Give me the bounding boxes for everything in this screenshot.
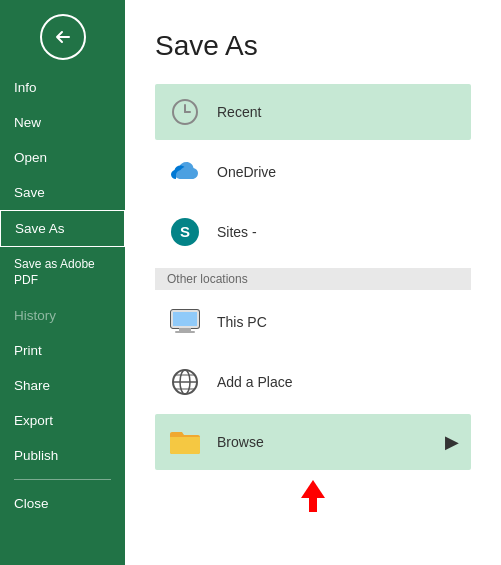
svg-text:S: S bbox=[180, 223, 190, 240]
page-title: Save As bbox=[155, 30, 471, 62]
back-button[interactable] bbox=[40, 14, 86, 60]
svg-rect-7 bbox=[173, 312, 197, 326]
sidebar-item-history: History bbox=[0, 298, 125, 333]
sidebar-label-export: Export bbox=[14, 413, 53, 428]
folder-icon bbox=[167, 424, 203, 460]
sharepoint-icon: S bbox=[167, 214, 203, 250]
sidebar-divider bbox=[14, 479, 111, 480]
sidebar-label-history: History bbox=[14, 308, 56, 323]
sidebar-label-info: Info bbox=[14, 80, 37, 95]
svg-marker-15 bbox=[301, 480, 325, 498]
onedrive-icon bbox=[167, 154, 203, 190]
sidebar-label-save-as-pdf: Save as Adobe PDF bbox=[14, 257, 111, 288]
sidebar-label-new: New bbox=[14, 115, 41, 130]
sidebar-item-info[interactable]: Info bbox=[0, 70, 125, 105]
location-add-place-label: Add a Place bbox=[217, 374, 293, 390]
sidebar-item-print[interactable]: Print bbox=[0, 333, 125, 368]
sidebar: Info New Open Save Save As Save as Adobe… bbox=[0, 0, 125, 565]
sidebar-item-share[interactable]: Share bbox=[0, 368, 125, 403]
main-content: Save As Recent OneDrive S S bbox=[125, 0, 501, 565]
sidebar-item-new[interactable]: New bbox=[0, 105, 125, 140]
sidebar-label-print: Print bbox=[14, 343, 42, 358]
location-onedrive[interactable]: OneDrive bbox=[155, 144, 471, 200]
sidebar-item-save-as-pdf[interactable]: Save as Adobe PDF bbox=[0, 247, 125, 298]
location-browse-label: Browse bbox=[217, 434, 264, 450]
sidebar-label-share: Share bbox=[14, 378, 50, 393]
sidebar-item-save[interactable]: Save bbox=[0, 175, 125, 210]
location-onedrive-label: OneDrive bbox=[217, 164, 276, 180]
svg-rect-8 bbox=[179, 328, 191, 331]
sidebar-item-open[interactable]: Open bbox=[0, 140, 125, 175]
sidebar-item-close[interactable]: Close bbox=[0, 486, 125, 521]
location-recent[interactable]: Recent bbox=[155, 84, 471, 140]
location-browse[interactable]: Browse ▶ bbox=[155, 414, 471, 470]
location-this-pc-label: This PC bbox=[217, 314, 267, 330]
cursor-indicator: ▶ bbox=[445, 431, 459, 453]
sidebar-label-open: Open bbox=[14, 150, 47, 165]
svg-rect-16 bbox=[309, 498, 317, 512]
svg-rect-9 bbox=[175, 331, 195, 333]
globe-icon bbox=[167, 364, 203, 400]
location-recent-label: Recent bbox=[217, 104, 261, 120]
sidebar-label-save: Save bbox=[14, 185, 45, 200]
sidebar-label-close: Close bbox=[14, 496, 49, 511]
location-this-pc[interactable]: This PC bbox=[155, 294, 471, 350]
sidebar-item-save-as[interactable]: Save As bbox=[0, 210, 125, 247]
location-sites[interactable]: S Sites - bbox=[155, 204, 471, 260]
sidebar-label-save-as: Save As bbox=[15, 221, 65, 236]
sidebar-label-publish: Publish bbox=[14, 448, 58, 463]
location-sites-label: Sites - bbox=[217, 224, 257, 240]
other-locations-label: Other locations bbox=[155, 268, 471, 290]
arrow-up-indicator bbox=[155, 478, 471, 514]
sidebar-item-publish[interactable]: Publish bbox=[0, 438, 125, 473]
clock-icon bbox=[167, 94, 203, 130]
sidebar-item-export[interactable]: Export bbox=[0, 403, 125, 438]
location-add-place[interactable]: Add a Place bbox=[155, 354, 471, 410]
computer-icon bbox=[167, 304, 203, 340]
